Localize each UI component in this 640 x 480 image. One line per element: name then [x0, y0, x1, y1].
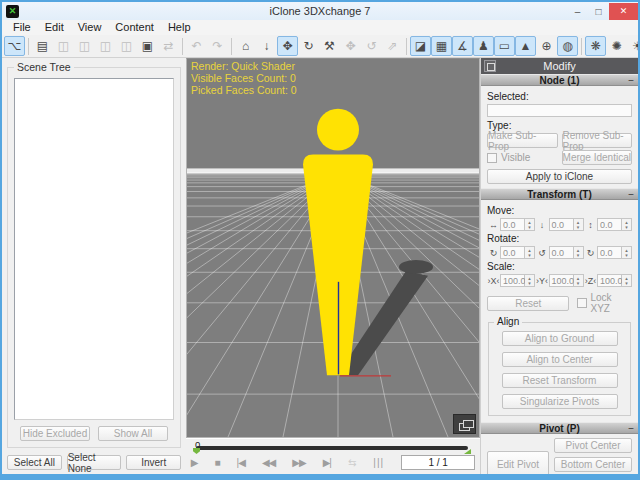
singularize-pivots-button[interactable]: Singularize Pivots — [502, 394, 618, 409]
scale-y-icon: ›Y‹ — [536, 276, 549, 286]
previous-frame-button[interactable]: ◀◀ — [262, 458, 275, 468]
spinner-arrows[interactable]: ▴▾ — [574, 246, 584, 259]
minimize-button[interactable]: – — [567, 3, 588, 20]
rotate-z-spinner[interactable]: ↻0.0▴▾ — [584, 246, 632, 259]
move-x-spinner[interactable]: ↔0.0▴▾ — [487, 218, 535, 231]
scene-tree-title: Scene Tree — [14, 61, 74, 73]
spinner-arrows[interactable]: ▴▾ — [574, 274, 584, 287]
menu-edit[interactable]: Edit — [38, 20, 71, 35]
spinner-arrows[interactable]: ▴▾ — [525, 274, 535, 287]
scale-x-icon: ›X‹ — [487, 276, 500, 286]
rotate-camera-icon[interactable]: ↻ — [298, 36, 319, 56]
merge-identical-button[interactable]: Merge Identical — [562, 150, 633, 165]
menu-content[interactable]: Content — [108, 20, 161, 35]
scene-tree-toggle-icon[interactable]: ⌥ — [4, 36, 25, 56]
section-header-transform[interactable]: Transform (T) − — [481, 188, 638, 200]
titlebar: ✕ iClone 3DXchange 7 – □ ✕ — [2, 2, 638, 20]
invert-button[interactable]: Invert — [126, 455, 181, 470]
export-format-1-icon: ◫ — [53, 36, 74, 56]
visible-checkbox[interactable] — [487, 153, 497, 163]
shader-toggle-icon[interactable]: ◍ — [557, 36, 578, 56]
toolbar-separator — [28, 38, 29, 55]
hide-excluded-button[interactable]: Hide Excluded — [20, 426, 90, 441]
redo-icon: ↷ — [207, 36, 228, 56]
make-sub-prop-button[interactable]: Make Sub-Prop — [487, 133, 558, 148]
ground-plane-toggle-icon[interactable]: ▭ — [494, 36, 515, 56]
selected-field[interactable] — [487, 104, 632, 117]
toolbar: ⌥ ▤ ◫ ◫ ◫ ◫ ▣ ⇄ ↶ ↷ ⌂ ↓ ✥ ↻ ⚒ ✥ ↺ ⇗ ◪ ▦ … — [2, 35, 638, 58]
stop-button[interactable]: ■ — [215, 458, 220, 468]
move-camera-icon[interactable]: ✥ — [277, 36, 298, 56]
spinner-arrows[interactable]: ▴▾ — [622, 246, 632, 259]
move-y-spinner[interactable]: ↓0.0▴▾ — [536, 218, 584, 231]
pivot-center-button[interactable]: Pivot Center — [554, 438, 632, 453]
timeline[interactable]: 0 — [186, 438, 480, 453]
render-info-overlay: Render: Quick Shader Visible Faces Count… — [191, 60, 297, 96]
axis-toggle-icon[interactable]: ∡ — [452, 36, 473, 56]
dock-icon[interactable] — [484, 60, 496, 72]
spinner-arrows[interactable]: ▴▾ — [622, 218, 632, 231]
drop-to-floor-icon[interactable]: ↓ — [256, 36, 277, 56]
scale-x-spinner[interactable]: ›X‹100.0▴▾ — [487, 274, 535, 287]
light-1-toggle-icon[interactable]: ❋ — [585, 36, 606, 56]
apply-to-iclone-icon[interactable]: ▣ — [137, 36, 158, 56]
menu-help[interactable]: Help — [161, 20, 198, 35]
spinner-arrows[interactable]: ▴▾ — [525, 246, 535, 259]
maximize-button[interactable]: □ — [588, 3, 609, 20]
collapse-icon[interactable]: − — [628, 423, 634, 434]
play-button[interactable]: ▶ — [191, 458, 198, 468]
frame-display[interactable]: 1 / 1 — [401, 455, 475, 470]
menu-file[interactable]: File — [6, 20, 38, 35]
open-file-icon[interactable]: ▤ — [32, 36, 53, 56]
lock-xyz-checkbox[interactable] — [577, 298, 587, 308]
scale-y-spinner[interactable]: ›Y‹100.0▴▾ — [536, 274, 584, 287]
select-all-button[interactable]: Select All — [7, 455, 62, 470]
move-y-icon: ↓ — [536, 220, 549, 230]
rotate-x-spinner[interactable]: ↻0.0▴▾ — [487, 246, 535, 259]
edit-pivot-button[interactable]: Edit Pivot — [487, 451, 549, 475]
grid-toggle-icon[interactable]: ▦ — [431, 36, 452, 56]
align-to-center-button[interactable]: Align to Center — [502, 352, 618, 367]
loop-button[interactable]: ⇆ — [348, 458, 356, 468]
spinner-arrows[interactable]: ▴▾ — [525, 218, 535, 231]
frame-bars-icon[interactable]: ||| — [373, 458, 384, 468]
section-header-node[interactable]: Node (1) − — [481, 74, 638, 86]
close-button[interactable]: ✕ — [609, 3, 638, 20]
next-frame-button[interactable]: ▶▶ — [292, 458, 305, 468]
wireframe-toggle-icon[interactable]: ⊕ — [536, 36, 557, 56]
select-none-button[interactable]: Select None — [67, 455, 122, 470]
scale-z-spinner[interactable]: ›Z‹100.0▴▾ — [584, 274, 632, 287]
show-all-button[interactable]: Show All — [98, 426, 168, 441]
window-title: iClone 3DXchange 7 — [2, 5, 638, 17]
remove-sub-prop-button[interactable]: Remove Sub-Prop — [562, 133, 633, 148]
scene-tree-groupbox: Scene Tree Hide Excluded Show All — [7, 67, 181, 448]
home-view-icon[interactable]: ⌂ — [235, 36, 256, 56]
apply-to-iclone-button[interactable]: Apply to iClone — [487, 169, 632, 184]
spinner-arrows[interactable]: ▴▾ — [574, 218, 584, 231]
scene-tree-list[interactable] — [14, 78, 174, 420]
reset-transform-button[interactable]: Reset Transform — [502, 373, 618, 388]
pick-tool-icon[interactable]: ⚒ — [319, 36, 340, 56]
maximize-viewport-button[interactable] — [453, 414, 476, 434]
shadow-toggle-icon[interactable]: ▲ — [515, 36, 536, 56]
collapse-icon[interactable]: − — [628, 189, 634, 200]
timeline-track[interactable] — [196, 446, 468, 450]
background-toggle-icon[interactable]: ◪ — [410, 36, 431, 56]
modify-header: Modify — [481, 58, 638, 74]
rotate-y-spinner[interactable]: ↺0.0▴▾ — [536, 246, 584, 259]
light-2-toggle-icon[interactable]: ✺ — [606, 36, 627, 56]
bottom-center-button[interactable]: Bottom Center — [554, 457, 632, 472]
go-to-start-button[interactable]: |◀ — [237, 458, 245, 468]
reset-button[interactable]: Reset — [487, 296, 569, 311]
move-z-spinner[interactable]: ↕0.0▴▾ — [584, 218, 632, 231]
viewport-3d[interactable]: Render: Quick Shader Visible Faces Count… — [186, 58, 480, 438]
spinner-arrows[interactable]: ▴▾ — [622, 274, 632, 287]
sun-light-toggle-icon[interactable]: ☀ — [627, 36, 640, 56]
figure-toggle-icon[interactable]: ♟ — [473, 36, 494, 56]
collapse-icon[interactable]: − — [628, 75, 634, 86]
align-to-ground-button[interactable]: Align to Ground — [502, 331, 618, 346]
rotate-object-icon: ↺ — [361, 36, 382, 56]
section-header-pivot[interactable]: Pivot (P) − — [481, 422, 638, 434]
go-to-end-button[interactable]: ▶| — [323, 458, 331, 468]
menu-view[interactable]: View — [71, 20, 109, 35]
